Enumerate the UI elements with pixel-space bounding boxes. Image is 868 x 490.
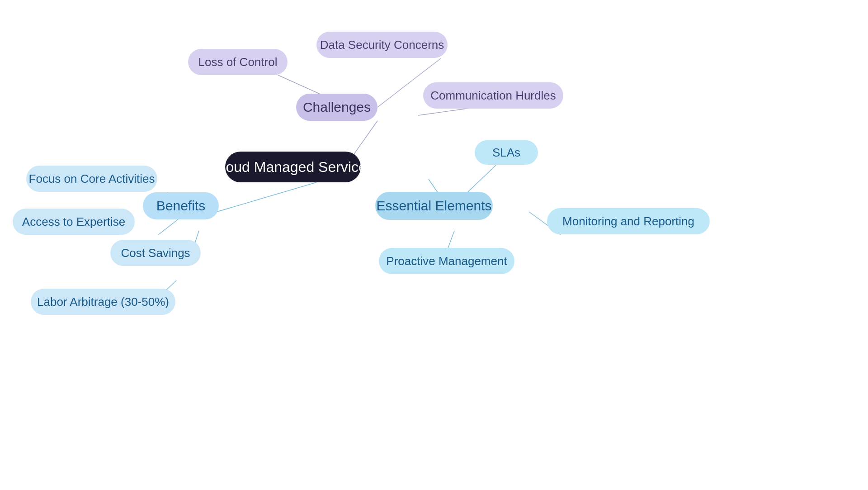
focus-core-activities-node: Focus on Core Activities bbox=[26, 166, 157, 192]
proactive-management-node: Proactive Management bbox=[379, 248, 514, 274]
svg-line-3 bbox=[418, 108, 470, 115]
cost-savings-node: Cost Savings bbox=[110, 240, 201, 266]
data-security-concerns-node: Data Security Concerns bbox=[316, 32, 448, 58]
svg-line-6 bbox=[158, 217, 181, 235]
access-expertise-node: Access to Expertise bbox=[13, 209, 135, 235]
center-node: Cloud Managed Services bbox=[225, 152, 361, 182]
benefits-node: Benefits bbox=[143, 192, 219, 219]
communication-hurdles-node: Communication Hurdles bbox=[423, 82, 563, 109]
loss-of-control-node: Loss of Control bbox=[188, 49, 288, 75]
labor-arbitrage-node: Labor Arbitrage (30-50%) bbox=[31, 289, 175, 315]
svg-line-4 bbox=[217, 182, 316, 212]
challenges-node: Challenges bbox=[296, 94, 377, 121]
essential-elements-node: Essential Elements bbox=[375, 192, 493, 220]
slas-node: SLAs bbox=[475, 140, 538, 165]
monitoring-reporting-node: Monitoring and Reporting bbox=[547, 208, 710, 234]
